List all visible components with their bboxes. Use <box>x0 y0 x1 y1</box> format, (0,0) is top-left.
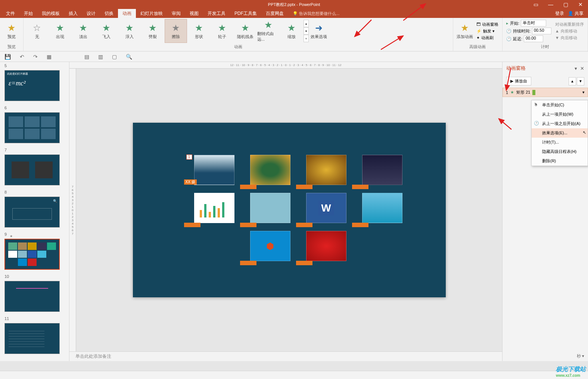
tab-review[interactable]: 审阅 <box>167 9 185 18</box>
clock-icon: 🕐 <box>534 121 539 126</box>
thumbnail-9[interactable]: 9★ <box>4 232 65 271</box>
anim-flyin[interactable]: ★飞入 <box>95 19 118 43</box>
duration-spinner[interactable]: 00.50 <box>532 28 551 34</box>
star-icon: ★ <box>172 23 180 33</box>
ctx-effect-options[interactable]: 效果选项(E)...↖ <box>532 128 588 138</box>
close-pane-icon[interactable]: ✕ <box>580 66 584 71</box>
caption-tag <box>352 185 368 189</box>
slide-picture[interactable] <box>250 155 290 185</box>
animation-pane-button[interactable]: 🗔 动画窗格 <box>475 21 500 28</box>
login-link[interactable]: 登录 <box>555 10 564 17</box>
anim-wipe[interactable]: ★擦除 <box>165 19 187 43</box>
move-later-button[interactable]: ▼ 向后移动 <box>554 35 585 41</box>
anim-zoom[interactable]: ★缩放 <box>280 19 303 43</box>
slide-picture[interactable] <box>362 193 402 223</box>
caption-tag <box>296 223 312 227</box>
thumbnail-6[interactable]: 6 <box>4 106 65 145</box>
slide-picture[interactable] <box>306 155 346 185</box>
start-from-beginning-icon[interactable]: ▦ <box>47 54 52 60</box>
slide-canvas[interactable]: 1XX 摄 W ⬢ <box>133 123 446 297</box>
anim-appear[interactable]: ★出现 <box>49 19 71 43</box>
seconds-dropdown[interactable]: 秒 ▾ <box>503 351 588 361</box>
tab-slideshow[interactable]: 幻灯片放映 <box>136 9 167 18</box>
tab-template[interactable]: 我的模板 <box>37 9 64 18</box>
thumbnail-5[interactable]: 5 此处是幻灯片标题ε=mc² <box>4 63 65 103</box>
trigger-button[interactable]: ⚡ 触发 ▾ <box>475 28 500 34</box>
tab-baidu[interactable]: 百度网盘 <box>261 9 288 18</box>
quick-access-toolbar: 💾 ↶ ↷ ▦ ▤ ▥ ▢ 🔍 <box>0 51 588 62</box>
qat-icon[interactable]: ▥ <box>98 54 103 60</box>
star-icon: ★ <box>287 23 296 33</box>
tab-design[interactable]: 设计 <box>82 9 100 18</box>
slide-picture[interactable] <box>250 193 290 223</box>
start-dropdown[interactable]: 单击时 <box>521 20 546 26</box>
slide-picture[interactable] <box>194 193 234 223</box>
play-from-button[interactable]: ▶ 播放自 <box>506 77 531 85</box>
anim-wheel[interactable]: ★轮子 <box>211 19 233 43</box>
tab-devtools[interactable]: 开发工具 <box>203 9 230 18</box>
ctx-after-previous[interactable]: 🕐从上一项之后开始(A) <box>532 119 588 128</box>
gallery-more[interactable]: ▴▾▿ <box>304 20 309 42</box>
save-icon[interactable]: 💾 <box>4 54 11 60</box>
item-dropdown-icon[interactable]: ▾ <box>582 90 585 95</box>
tab-pdf[interactable]: PDF工具集 <box>230 9 261 18</box>
slide-thumbnails-panel[interactable]: 5 此处是幻灯片标题ε=mc² 6 7 8 🔍 9★ 10 11 <box>0 62 69 361</box>
animation-list-item[interactable]: 1 ★ 矩形 21 ▾ <box>503 88 588 97</box>
star-plus-icon: ★ <box>461 23 469 33</box>
minimize-icon[interactable]: — <box>543 1 558 7</box>
move-down-icon[interactable]: ▼ <box>577 77 584 85</box>
undo-icon[interactable]: ↶ <box>20 54 24 60</box>
start-label: 开始: <box>510 21 519 26</box>
thumbnail-8[interactable]: 8 🔍 <box>4 190 65 229</box>
tell-me[interactable]: 💡 告诉我您想要做什么... <box>288 11 339 16</box>
tab-transition[interactable]: 切换 <box>100 9 118 18</box>
close-icon[interactable]: ✕ <box>573 1 588 7</box>
thumbnail-7[interactable]: 7 <box>4 148 65 187</box>
anim-order: 1 <box>506 90 508 95</box>
ctx-remove[interactable]: 删除(R) <box>532 156 588 166</box>
ctx-hide-advanced[interactable]: 隐藏高级日程表(H) <box>532 147 588 156</box>
anim-random[interactable]: ★随机线条 <box>234 19 256 43</box>
caption-tag <box>240 261 256 265</box>
qat-icon[interactable]: ▤ <box>84 54 89 60</box>
anim-none[interactable]: ☆无 <box>26 19 48 43</box>
tab-view[interactable]: 视图 <box>185 9 203 18</box>
add-animation-button[interactable]: ★添加动画 <box>455 19 474 43</box>
notes-pane[interactable]: 单击此处添加备注 <box>69 351 502 361</box>
slide-picture[interactable]: 1XX 摄 <box>194 155 234 185</box>
tab-file[interactable]: 文件 <box>1 9 19 18</box>
anim-shape[interactable]: ★形状 <box>188 19 210 43</box>
ctx-timing[interactable]: 计时(T)... <box>532 138 588 147</box>
ctx-on-click[interactable]: 🖱单击开始(C) <box>532 100 588 110</box>
redo-icon[interactable]: ↷ <box>33 54 38 60</box>
move-earlier-button[interactable]: ▲ 向前移动 <box>554 28 585 34</box>
tab-insert[interactable]: 插入 <box>64 9 82 18</box>
tab-home[interactable]: 开始 <box>19 9 37 18</box>
pane-options-icon[interactable]: ▾ <box>575 66 577 71</box>
animation-painter-button[interactable]: ✦ 动画刷 <box>475 35 500 41</box>
anim-fade[interactable]: ★淡出 <box>72 19 94 43</box>
tab-animation[interactable]: 动画 <box>118 9 136 18</box>
anim-float[interactable]: ★浮入 <box>118 19 141 43</box>
caption-tag <box>240 223 256 227</box>
maximize-icon[interactable]: ▢ <box>558 1 573 7</box>
move-up-icon[interactable]: ▲ <box>569 77 576 85</box>
slide-picture[interactable] <box>306 231 346 261</box>
share-button[interactable]: 👤 共享 <box>568 10 584 17</box>
thumbnail-10[interactable]: 10 <box>4 274 65 313</box>
qat-icon[interactable]: 🔍 <box>126 54 132 60</box>
slide-picture[interactable]: W <box>306 193 346 223</box>
thumbnail-11[interactable]: 11 <box>4 316 65 355</box>
ctx-with-previous[interactable]: 从上一项开始(W) <box>532 110 588 119</box>
ribbon-options-icon[interactable]: ▭ <box>528 1 543 7</box>
anim-spin[interactable]: ★翻转式由远... <box>257 19 280 43</box>
caption-tag <box>184 223 200 227</box>
slide-picture[interactable] <box>362 155 402 185</box>
animation-indicator-icon: ★ <box>10 234 13 238</box>
anim-split[interactable]: ★劈裂 <box>141 19 164 43</box>
preview-button[interactable]: ★ 预览 <box>2 19 21 43</box>
effect-options-button[interactable]: ➜效果选项 <box>309 19 328 43</box>
slide-picture[interactable]: ⬢ <box>250 231 290 261</box>
qat-icon[interactable]: ▢ <box>112 54 117 60</box>
delay-spinner[interactable]: 00.00 <box>524 35 543 42</box>
